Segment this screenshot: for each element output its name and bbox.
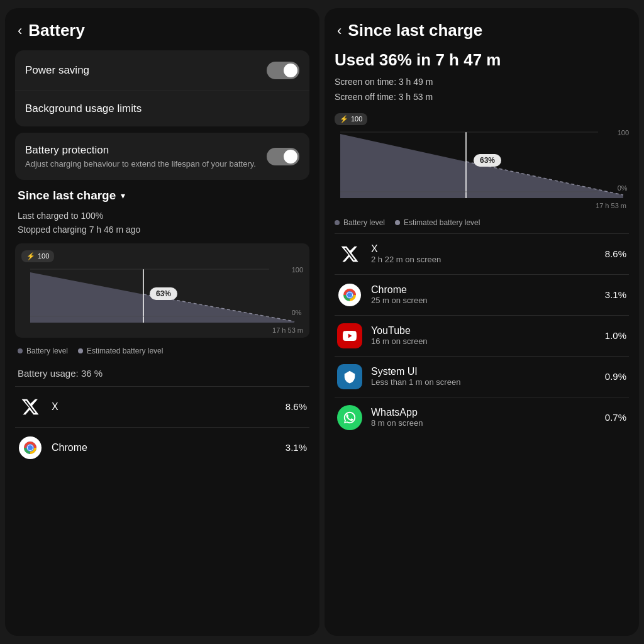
right-legend: Battery level Estimated battery level	[325, 216, 639, 230]
power-saving-row[interactable]: Power saving	[15, 50, 309, 91]
left-legend: Battery level Estimated battery level	[15, 343, 309, 359]
bolt-icon: ⚡	[26, 252, 35, 260]
left-chart: ⚡ 100 63%	[15, 243, 309, 338]
x-app-percent: 8.6%	[286, 401, 307, 412]
right-chart: ⚡ 100 63% 100 0%	[335, 113, 629, 209]
chrome-app-icon	[18, 435, 43, 460]
x-app-info: X	[52, 401, 277, 413]
left-panel-title: Battery	[28, 21, 85, 40]
left-legend-battery: Battery level	[18, 347, 68, 355]
left-legend-estimated-dot	[78, 348, 83, 353]
screen-off-time: Screen off time: 3 h 53 m	[335, 90, 629, 105]
battery-usage-text: Battery usage: 36 %	[15, 363, 309, 384]
left-panel-content: Power saving Background usage limits Bat…	[5, 50, 319, 636]
left-back-button[interactable]: ‹	[18, 23, 22, 39]
right-chart-y-labels: 100 0%	[618, 129, 629, 192]
right-legend-estimated-label: Estimated battery level	[404, 218, 480, 227]
right-legend-battery-label: Battery level	[343, 218, 385, 227]
right-chart-time: 17 h 53 m	[335, 202, 629, 209]
x-icon-svg	[21, 397, 40, 416]
power-settings-card: Power saving Background usage limits	[15, 50, 309, 126]
battery-protection-text: Battery protection Adjust charging behav…	[25, 144, 256, 169]
svg-point-10	[28, 445, 33, 450]
right-legend-estimated-dot	[395, 220, 400, 225]
right-panel-content: Used 36% in 7 h 47 m Screen on time: 3 h…	[325, 50, 639, 636]
left-app-row-chrome[interactable]: Chrome 3.1%	[15, 427, 309, 468]
right-chart-badge: ⚡ 100	[335, 113, 367, 125]
right-x-app-time: 2 h 22 m on screen	[371, 255, 596, 264]
battery-protection-sublabel: Adjust charging behaviour to extend the …	[25, 159, 256, 169]
right-chrome-app-time: 25 m on screen	[371, 296, 596, 305]
background-usage-row[interactable]: Background usage limits	[15, 91, 309, 126]
right-chart-svg-container: 63% 100 0%	[335, 129, 629, 201]
right-panel: ‹ Since last charge Used 36% in 7 h 47 m…	[325, 8, 639, 636]
right-app-row-whatsapp[interactable]: WhatsApp 8 m on screen 0.7%	[335, 397, 629, 438]
left-chart-svg-container: 63% 100 0%	[21, 266, 303, 325]
right-chrome-app-icon	[337, 282, 362, 308]
left-legend-battery-dot	[18, 348, 23, 353]
right-panel-title: Since last charge	[348, 21, 482, 40]
right-chart-0-label: 0%	[618, 184, 629, 192]
right-x-app-percent: 8.6%	[605, 248, 626, 259]
right-whatsapp-app-name: WhatsApp	[371, 407, 596, 418]
right-x-app-name: X	[371, 243, 596, 255]
usage-times: Screen on time: 3 h 49 m Screen off time…	[325, 75, 639, 113]
right-app-row-youtube[interactable]: YouTube 16 m on screen 1.0%	[335, 315, 629, 356]
since-last-charge-dropdown[interactable]: ▾	[121, 191, 125, 201]
right-x-app-info: X 2 h 22 m on screen	[371, 243, 596, 264]
right-chart-100-label: 100	[618, 129, 629, 136]
right-whatsapp-app-icon	[337, 405, 362, 430]
right-youtube-app-icon	[337, 323, 362, 348]
battery-protection-label: Battery protection	[25, 144, 256, 157]
power-saving-toggle-knob	[284, 64, 297, 77]
right-legend-battery-dot	[335, 220, 340, 225]
right-app-row-x[interactable]: X 2 h 22 m on screen 8.6%	[335, 233, 629, 274]
right-youtube-app-time: 16 m on screen	[371, 336, 596, 346]
right-bolt-icon: ⚡	[340, 115, 348, 123]
right-whatsapp-app-info: WhatsApp 8 m on screen	[371, 407, 596, 428]
left-chart-time: 17 h 53 m	[21, 326, 303, 334]
x-app-name: X	[52, 401, 277, 413]
left-legend-estimated: Estimated battery level	[78, 347, 163, 355]
x-app-icon	[18, 394, 43, 419]
right-header: ‹ Since last charge	[325, 8, 639, 50]
right-youtube-app-percent: 1.0%	[605, 330, 626, 341]
right-sysui-app-icon	[337, 364, 362, 389]
youtube-icon-svg	[343, 331, 357, 341]
left-chart-100-label: 100	[292, 266, 303, 274]
chrome-app-info: Chrome	[52, 442, 277, 453]
left-chart-badge: ⚡ 100	[21, 250, 54, 262]
power-saving-toggle[interactable]	[267, 62, 299, 79]
left-chart-y-labels: 100 0%	[292, 266, 303, 316]
left-app-row-x[interactable]: X 8.6%	[15, 386, 309, 427]
right-chrome-icon-svg	[338, 284, 361, 306]
power-saving-label: Power saving	[25, 64, 89, 77]
right-x-app-icon	[337, 242, 362, 267]
right-x-icon-svg	[340, 245, 359, 264]
right-app-list: X 2 h 22 m on screen 8.6%	[325, 233, 639, 636]
right-whatsapp-app-time: 8 m on screen	[371, 418, 596, 428]
right-back-button[interactable]: ‹	[337, 23, 341, 39]
right-app-row-sysui[interactable]: System UI Less than 1 m on screen 0.9%	[335, 356, 629, 397]
svg-text:63%: 63%	[480, 156, 495, 165]
right-app-row-chrome[interactable]: Chrome 25 m on screen 3.1%	[335, 274, 629, 315]
right-chart-svg: 63%	[335, 129, 629, 198]
right-sysui-app-time: Less than 1 m on screen	[371, 377, 596, 387]
chrome-app-percent: 3.1%	[286, 442, 307, 453]
battery-protection-toggle[interactable]	[267, 148, 299, 165]
right-legend-estimated: Estimated battery level	[395, 218, 480, 227]
left-chart-svg: 63%	[21, 266, 303, 323]
left-legend-estimated-label: Estimated battery level	[87, 347, 163, 355]
right-chrome-app-info: Chrome 25 m on screen	[371, 284, 596, 305]
since-last-charge-title: Since last charge	[18, 189, 116, 203]
right-sysui-app-name: System UI	[371, 366, 596, 377]
left-legend-battery-label: Battery level	[26, 347, 68, 355]
battery-protection-row[interactable]: Battery protection Adjust charging behav…	[15, 133, 309, 180]
left-panel: ‹ Battery Power saving Background usage …	[5, 8, 319, 636]
whatsapp-icon-svg	[343, 411, 357, 425]
charge-info: Last charged to 100% Stopped charging 7 …	[15, 206, 309, 243]
svg-text:63%: 63%	[156, 289, 171, 298]
left-chart-0-label: 0%	[292, 309, 303, 316]
since-last-charge-header[interactable]: Since last charge ▾	[18, 189, 309, 203]
right-youtube-app-name: YouTube	[371, 325, 596, 336]
